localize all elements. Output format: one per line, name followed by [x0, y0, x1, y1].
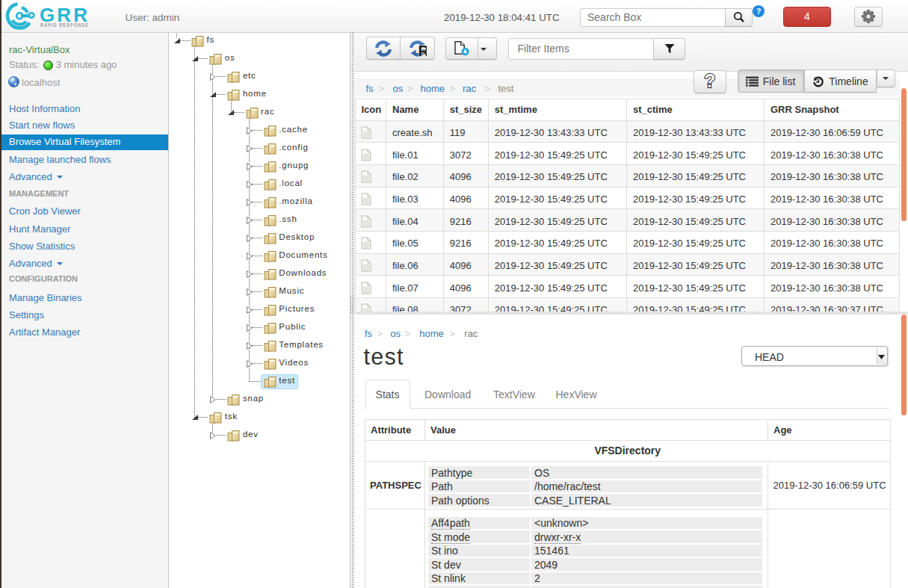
svg-text:R: R	[418, 42, 427, 57]
svg-text:?: ?	[704, 72, 715, 91]
